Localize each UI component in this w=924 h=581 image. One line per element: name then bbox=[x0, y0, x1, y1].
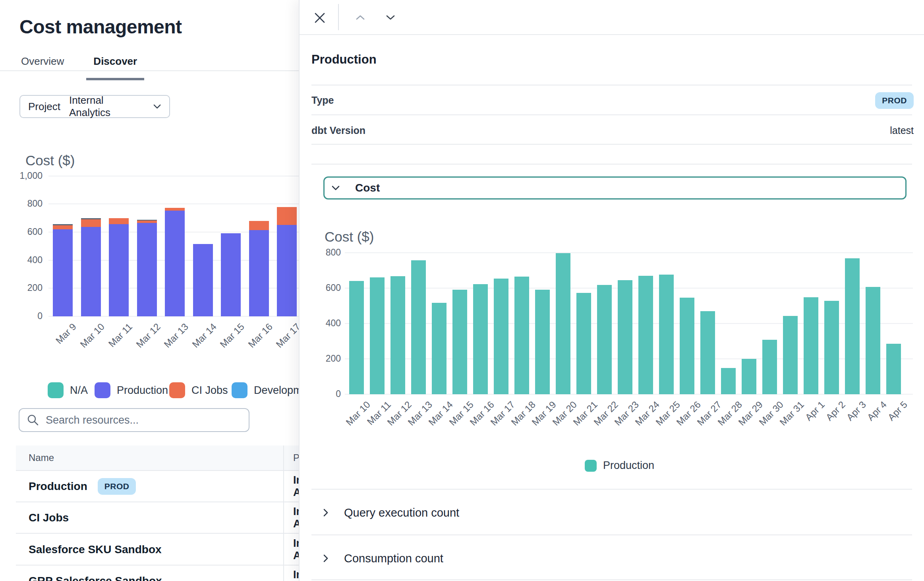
table-row[interactable]: GRP Salesforce SandboxInternal Analytics bbox=[16, 566, 299, 581]
table-row[interactable]: CI JobsInternal Analytics bbox=[16, 502, 299, 534]
legend-swatch bbox=[169, 382, 185, 398]
bar-production bbox=[638, 276, 653, 394]
bar-production bbox=[349, 281, 364, 394]
legend-label: N/A bbox=[70, 384, 88, 397]
bar-production bbox=[886, 344, 901, 394]
legend-swatch bbox=[232, 382, 247, 398]
y-tick-label: 400 bbox=[299, 318, 341, 329]
legend-item-development: Development bbox=[232, 382, 299, 398]
bar-production bbox=[473, 284, 488, 394]
bar-production bbox=[783, 316, 798, 394]
legend-label: CI Jobs bbox=[191, 384, 228, 397]
resource-project: Internal Analytics bbox=[293, 474, 299, 499]
search-icon bbox=[27, 414, 39, 426]
chevron-right-icon bbox=[323, 554, 329, 563]
bar-production bbox=[514, 277, 529, 394]
bar-production bbox=[721, 368, 736, 394]
y-tick-label: 800 bbox=[299, 247, 341, 258]
legend-item-production: Production bbox=[95, 382, 168, 398]
divider bbox=[311, 489, 912, 490]
gridline bbox=[345, 252, 913, 253]
panel-chart-legend-item: Production bbox=[585, 459, 654, 472]
search-box[interactable] bbox=[19, 408, 249, 432]
bar-production bbox=[659, 275, 674, 394]
section-query-execution-count[interactable]: Query execution count bbox=[311, 490, 912, 535]
bar-production bbox=[845, 258, 860, 394]
table-header-name: Name bbox=[29, 452, 54, 463]
cost-management-page: Cost management OverviewDiscover Project… bbox=[0, 0, 299, 581]
legend-swatch bbox=[48, 382, 64, 398]
bar-production bbox=[556, 253, 570, 394]
bar-production bbox=[452, 290, 467, 394]
y-tick-label: 600 bbox=[299, 283, 341, 293]
legend-swatch-production bbox=[585, 460, 597, 472]
bar-production bbox=[432, 303, 447, 394]
section-label: Query execution count bbox=[344, 506, 459, 519]
bar-production bbox=[866, 287, 880, 394]
chevron-right-icon bbox=[323, 508, 329, 517]
legend-label: Development bbox=[254, 384, 299, 397]
resource-detail-panel: Production Type PROD dbt Version latest … bbox=[299, 0, 924, 581]
divider bbox=[311, 579, 912, 580]
resource-project: Internal Analytics bbox=[293, 569, 299, 581]
bar-production bbox=[494, 279, 508, 394]
resource-project: Internal Analytics bbox=[293, 505, 299, 530]
bar-production bbox=[390, 276, 405, 394]
prod-badge: PROD bbox=[98, 478, 136, 495]
legend-item-n-a: N/A bbox=[48, 382, 88, 398]
bar-production bbox=[370, 277, 385, 394]
section-label: Consumption count bbox=[344, 552, 443, 565]
resource-name: Salesforce SKU Sandbox bbox=[29, 543, 162, 556]
table-row[interactable]: Salesforce SKU SandboxInternal Analytics bbox=[16, 534, 299, 566]
resource-name: GRP Salesforce Sandbox bbox=[29, 575, 162, 581]
bar-production bbox=[576, 293, 591, 394]
table-column-divider bbox=[283, 445, 284, 581]
bar-production bbox=[762, 340, 777, 394]
chart-title: Cost ($) bbox=[325, 229, 374, 245]
bar-production bbox=[700, 311, 715, 394]
divider bbox=[311, 535, 912, 535]
bar-production bbox=[680, 298, 694, 394]
bar-production bbox=[411, 260, 426, 394]
y-tick-label: 200 bbox=[299, 353, 341, 364]
bar-production bbox=[824, 301, 839, 394]
legend-label: Production bbox=[603, 459, 654, 472]
resource-project: Internal Analytics bbox=[293, 537, 299, 562]
resource-name: CI Jobs bbox=[29, 511, 69, 524]
legend-item-ci-jobs: CI Jobs bbox=[169, 382, 228, 398]
search-input[interactable] bbox=[46, 414, 242, 426]
table-row[interactable]: ProductionPRODInternal Analytics bbox=[16, 471, 299, 502]
bar-production bbox=[535, 290, 550, 394]
bar-production bbox=[742, 359, 756, 394]
bar-production bbox=[618, 280, 632, 394]
bar-production bbox=[804, 297, 818, 394]
bar-production bbox=[597, 285, 612, 394]
section-consumption-count[interactable]: Consumption count bbox=[311, 536, 912, 581]
table-header: Name Project bbox=[16, 445, 299, 471]
table-header-project: Project bbox=[293, 452, 299, 463]
y-tick-label: 0 bbox=[299, 389, 341, 399]
legend-label: Production bbox=[117, 384, 168, 397]
legend-swatch bbox=[95, 382, 110, 398]
resource-name: Production bbox=[29, 480, 87, 493]
